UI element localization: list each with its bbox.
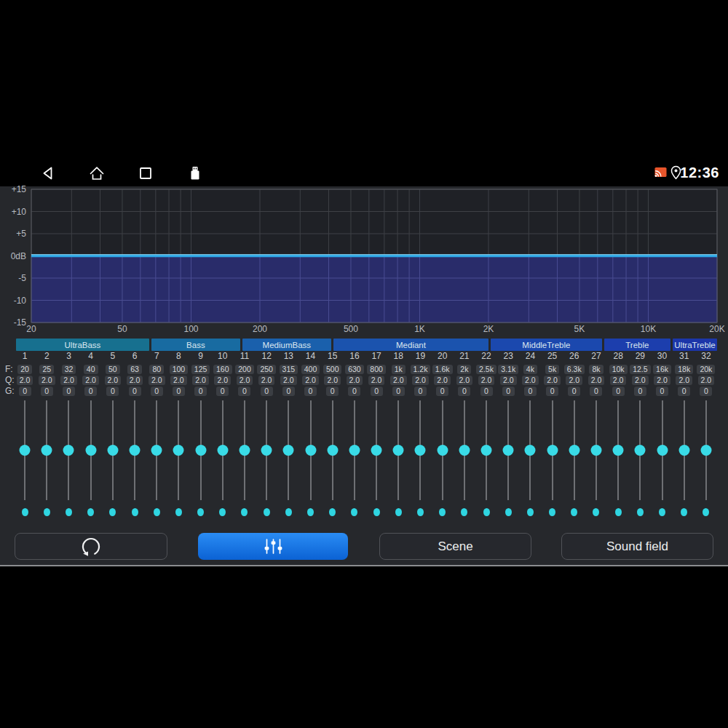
slider-knob[interactable] bbox=[371, 445, 382, 456]
band-23-frequency-value[interactable]: 3.1k bbox=[498, 365, 518, 374]
slider-knob[interactable] bbox=[657, 445, 668, 456]
eq-band-23-slider[interactable] bbox=[497, 400, 519, 502]
eq-band-1-slider[interactable] bbox=[14, 400, 36, 502]
eq-band-31-slider[interactable] bbox=[673, 400, 695, 502]
slider-knob[interactable] bbox=[151, 445, 162, 456]
band-30-frequency-value[interactable]: 16k bbox=[653, 365, 671, 374]
slider-knob[interactable] bbox=[700, 445, 711, 456]
band-group-mediumbass[interactable]: MediumBass bbox=[242, 339, 331, 351]
band-9-q-value[interactable]: 2.0 bbox=[192, 376, 209, 385]
eq-band-10-slider[interactable] bbox=[212, 400, 234, 502]
band-group-treble[interactable]: Treble bbox=[604, 339, 670, 351]
eq-band-2-slider[interactable] bbox=[36, 400, 58, 502]
band-6-gain-value[interactable]: 0 bbox=[129, 387, 141, 396]
slider-knob[interactable] bbox=[107, 445, 118, 456]
band-5-gain-value[interactable]: 0 bbox=[106, 387, 119, 396]
band-24-q-value[interactable]: 2.0 bbox=[522, 376, 539, 385]
band-group-middletreble[interactable]: MiddleTreble bbox=[491, 339, 601, 351]
eq-band-9-slider[interactable] bbox=[190, 400, 212, 502]
band-12-gain-value[interactable]: 0 bbox=[261, 387, 273, 396]
band-20-frequency-value[interactable]: 1.6k bbox=[432, 365, 453, 374]
band-15-q-value[interactable]: 2.0 bbox=[324, 376, 341, 385]
band-29-gain-value[interactable]: 0 bbox=[634, 387, 646, 396]
band-26-frequency-value[interactable]: 6.3k bbox=[564, 365, 585, 374]
slider-knob[interactable] bbox=[261, 445, 272, 456]
band-4-gain-value[interactable]: 0 bbox=[84, 387, 97, 396]
band-16-gain-value[interactable]: 0 bbox=[348, 387, 360, 396]
band-20-gain-value[interactable]: 0 bbox=[436, 387, 448, 396]
eq-band-32-slider[interactable] bbox=[695, 400, 717, 502]
band-3-frequency-value[interactable]: 32 bbox=[62, 365, 76, 374]
band-8-gain-value[interactable]: 0 bbox=[173, 387, 185, 396]
slider-knob[interactable] bbox=[590, 445, 601, 456]
reset-button[interactable] bbox=[15, 533, 167, 560]
eq-band-24-slider[interactable] bbox=[519, 400, 541, 502]
slider-knob[interactable] bbox=[327, 445, 338, 456]
band-25-q-value[interactable]: 2.0 bbox=[544, 376, 561, 385]
band-21-q-value[interactable]: 2.0 bbox=[456, 376, 473, 385]
band-12-frequency-value[interactable]: 250 bbox=[257, 365, 276, 374]
band-9-gain-value[interactable]: 0 bbox=[194, 387, 207, 396]
band-29-q-value[interactable]: 2.0 bbox=[632, 376, 649, 385]
equalizer-button[interactable] bbox=[198, 533, 348, 560]
band-5-q-value[interactable]: 2.0 bbox=[105, 376, 122, 385]
eq-band-14-slider[interactable] bbox=[299, 400, 321, 502]
eq-band-3-slider[interactable] bbox=[58, 400, 79, 502]
eq-band-15-slider[interactable] bbox=[322, 400, 344, 502]
slider-knob[interactable] bbox=[41, 445, 52, 456]
eq-band-16-slider[interactable] bbox=[344, 400, 365, 502]
eq-band-22-slider[interactable] bbox=[475, 400, 497, 502]
band-group-bass[interactable]: Bass bbox=[151, 339, 240, 351]
eq-band-17-slider[interactable] bbox=[365, 400, 387, 502]
band-32-frequency-value[interactable]: 20k bbox=[697, 365, 715, 374]
band-30-gain-value[interactable]: 0 bbox=[656, 387, 668, 396]
band-30-q-value[interactable]: 2.0 bbox=[654, 376, 670, 385]
band-26-q-value[interactable]: 2.0 bbox=[566, 376, 582, 385]
band-4-frequency-value[interactable]: 40 bbox=[84, 365, 98, 374]
band-5-frequency-value[interactable]: 50 bbox=[106, 365, 120, 374]
band-11-frequency-value[interactable]: 200 bbox=[235, 365, 254, 374]
slider-knob[interactable] bbox=[130, 445, 141, 456]
eq-band-6-slider[interactable] bbox=[124, 400, 146, 502]
eq-band-4-slider[interactable] bbox=[80, 400, 102, 502]
band-28-q-value[interactable]: 2.0 bbox=[610, 376, 627, 385]
slider-knob[interactable] bbox=[195, 445, 206, 456]
band-8-q-value[interactable]: 2.0 bbox=[170, 376, 187, 385]
band-32-gain-value[interactable]: 0 bbox=[700, 387, 712, 396]
slider-knob[interactable] bbox=[349, 445, 360, 456]
slider-knob[interactable] bbox=[569, 445, 579, 456]
band-22-gain-value[interactable]: 0 bbox=[480, 387, 493, 396]
band-3-gain-value[interactable]: 0 bbox=[63, 387, 75, 396]
band-group-mediant[interactable]: Mediant bbox=[333, 339, 488, 351]
band-17-q-value[interactable]: 2.0 bbox=[368, 376, 385, 385]
band-1-q-value[interactable]: 2.0 bbox=[17, 376, 33, 385]
slider-knob[interactable] bbox=[173, 445, 184, 456]
band-6-q-value[interactable]: 2.0 bbox=[127, 376, 143, 385]
band-32-q-value[interactable]: 2.0 bbox=[698, 376, 715, 385]
band-27-q-value[interactable]: 2.0 bbox=[588, 376, 605, 385]
slider-knob[interactable] bbox=[437, 445, 448, 456]
band-10-gain-value[interactable]: 0 bbox=[216, 387, 229, 396]
frequency-response-graph[interactable]: +15+10+50dB-5-10-1520501002005001K2K5K10… bbox=[0, 0, 728, 335]
band-19-q-value[interactable]: 2.0 bbox=[412, 376, 429, 385]
band-19-frequency-value[interactable]: 1.2k bbox=[411, 365, 431, 374]
eq-band-28-slider[interactable] bbox=[607, 400, 629, 502]
slider-knob[interactable] bbox=[415, 445, 426, 456]
band-25-frequency-value[interactable]: 5k bbox=[545, 365, 559, 374]
band-3-q-value[interactable]: 2.0 bbox=[60, 376, 77, 385]
band-15-frequency-value[interactable]: 500 bbox=[323, 365, 342, 374]
band-18-gain-value[interactable]: 0 bbox=[392, 387, 405, 396]
slider-knob[interactable] bbox=[635, 445, 646, 456]
eq-band-21-slider[interactable] bbox=[454, 400, 475, 502]
eq-band-13-slider[interactable] bbox=[277, 400, 299, 502]
eq-band-25-slider[interactable] bbox=[542, 400, 563, 502]
sound-field-button[interactable]: Sound field bbox=[561, 533, 713, 560]
band-8-frequency-value[interactable]: 100 bbox=[170, 365, 189, 374]
slider-knob[interactable] bbox=[20, 445, 31, 456]
band-2-gain-value[interactable]: 0 bbox=[41, 387, 53, 396]
band-28-gain-value[interactable]: 0 bbox=[612, 387, 625, 396]
band-24-frequency-value[interactable]: 4k bbox=[523, 365, 537, 374]
band-16-q-value[interactable]: 2.0 bbox=[347, 376, 363, 385]
band-19-gain-value[interactable]: 0 bbox=[414, 387, 427, 396]
band-1-frequency-value[interactable]: 20 bbox=[17, 365, 32, 374]
